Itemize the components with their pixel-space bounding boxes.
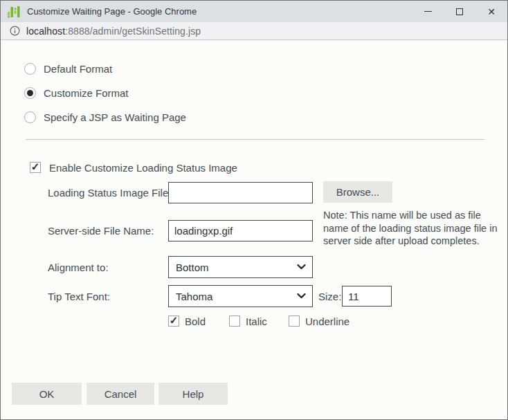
browse-button[interactable]: Browse... xyxy=(323,181,392,203)
enable-loading-image-checkbox-row[interactable]: ✓ Enable Customize Loading Status Image xyxy=(30,161,237,174)
bold-label: Bold xyxy=(185,316,206,327)
radio-circle[interactable] xyxy=(24,111,36,123)
radio-circle[interactable] xyxy=(24,63,36,75)
underline-checkbox-row[interactable]: ✓ Underline xyxy=(289,315,350,327)
chevron-down-icon xyxy=(297,293,306,299)
window-title: Customize Waiting Page - Google Chrome xyxy=(27,6,197,17)
green-bar-chart-icon xyxy=(7,5,21,19)
alignment-label: Alignment to: xyxy=(48,262,109,274)
minimize-icon xyxy=(424,11,432,12)
tip-font-select[interactable]: Tahoma xyxy=(168,285,313,307)
help-button[interactable]: Help xyxy=(158,383,228,405)
image-file-label: Loading Status Image File: xyxy=(48,187,171,199)
window-controls: ✕ xyxy=(412,1,507,22)
url-host: localhost xyxy=(26,26,65,37)
italic-label: Italic xyxy=(246,316,267,327)
maximize-button[interactable] xyxy=(444,1,475,22)
radio-label: Default Format xyxy=(44,63,112,75)
font-size-label: Size: xyxy=(318,291,341,303)
underline-checkbox[interactable]: ✓ xyxy=(289,316,300,327)
alignment-select[interactable]: Bottom xyxy=(168,256,313,278)
enable-loading-image-checkbox[interactable]: ✓ xyxy=(30,162,41,173)
url-text[interactable]: localhost:8888/admin/getSkinSetting.jsp xyxy=(26,26,201,37)
cancel-button[interactable]: Cancel xyxy=(87,383,154,405)
image-file-input[interactable] xyxy=(168,182,313,203)
radio-label: Customize Format xyxy=(44,87,129,99)
tip-font-value: Tahoma xyxy=(176,291,212,302)
radio-customize-format[interactable]: Customize Format xyxy=(24,86,129,100)
radio-circle[interactable] xyxy=(24,87,36,99)
close-button[interactable]: ✕ xyxy=(475,1,507,22)
app-window: Customize Waiting Page - Google Chrome ✕… xyxy=(0,0,508,420)
url-path: :8888/admin/getSkinSetting.jsp xyxy=(65,26,201,37)
close-icon: ✕ xyxy=(487,7,496,17)
server-file-input[interactable] xyxy=(168,220,313,241)
title-bar: Customize Waiting Page - Google Chrome ✕ xyxy=(1,1,507,22)
maximize-icon xyxy=(456,8,463,15)
italic-checkbox[interactable]: ✓ xyxy=(229,316,240,327)
check-icon: ✓ xyxy=(170,314,179,327)
font-size-input[interactable] xyxy=(342,286,392,307)
address-bar: localhost:8888/admin/getSkinSetting.jsp xyxy=(1,22,507,40)
radio-label: Specify a JSP as Waiting Page xyxy=(44,111,186,123)
server-file-label: Server-side File Name: xyxy=(48,225,154,237)
radio-default-format[interactable]: Default Format xyxy=(24,62,112,75)
minimize-button[interactable] xyxy=(412,1,444,22)
server-file-note: Note: This name will be used as file nam… xyxy=(323,209,499,248)
chevron-down-icon xyxy=(297,264,306,270)
bold-checkbox[interactable]: ✓ xyxy=(168,316,179,327)
info-icon[interactable] xyxy=(10,26,20,36)
check-icon: ✓ xyxy=(31,161,40,173)
tip-font-label: Tip Text Font: xyxy=(48,291,110,303)
enable-loading-image-label: Enable Customize Loading Status Image xyxy=(49,162,237,174)
radio-specify-jsp[interactable]: Specify a JSP as Waiting Page xyxy=(24,110,186,124)
section-divider xyxy=(26,139,484,140)
alignment-value: Bottom xyxy=(176,262,209,273)
ok-button[interactable]: OK xyxy=(12,383,82,405)
bold-checkbox-row[interactable]: ✓ Bold xyxy=(168,315,206,327)
underline-label: Underline xyxy=(305,316,350,327)
italic-checkbox-row[interactable]: ✓ Italic xyxy=(229,315,267,327)
